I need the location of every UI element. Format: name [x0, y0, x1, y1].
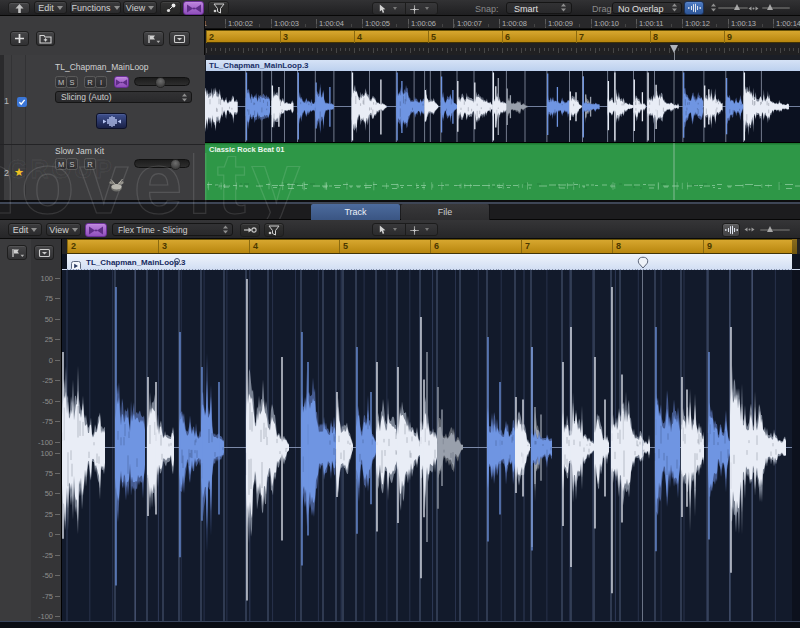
svg-text:novelty: novelty	[0, 153, 305, 219]
